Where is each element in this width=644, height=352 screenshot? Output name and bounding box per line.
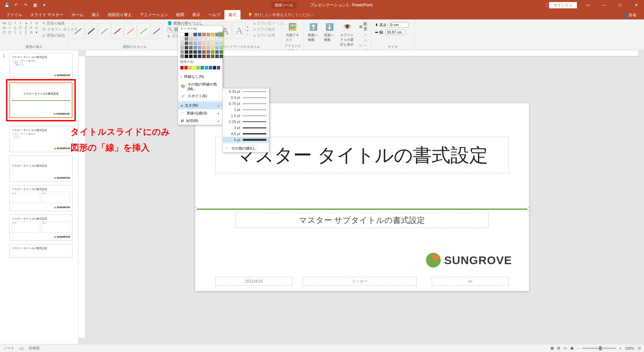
redo-icon[interactable]: ↷	[21, 1, 30, 9]
sorter-view-icon[interactable]: ⊞	[557, 346, 560, 350]
share-button[interactable]: 👤共有	[619, 11, 640, 19]
eyedropper-item[interactable]: 💉スポイト(E)	[178, 92, 222, 100]
gallery-more-icon[interactable]: ▿	[247, 33, 249, 36]
tab-slide-master[interactable]: スライド マスター	[26, 10, 67, 19]
standard-colors-header: 標準の色	[178, 59, 222, 65]
width-input[interactable]	[385, 30, 405, 35]
tab-transitions[interactable]: 画面切り替え	[104, 10, 136, 19]
gallery-down-icon[interactable]: ▾	[247, 29, 249, 32]
bring-forward-button[interactable]: ⬆️前面へ移動	[306, 21, 321, 43]
weight-075[interactable]: 0.75 pt	[223, 101, 269, 107]
zoom-level[interactable]: 100%	[625, 346, 634, 350]
gallery-up-icon[interactable]: ▴	[247, 25, 249, 28]
start-from-beginning-icon[interactable]: ▦	[31, 1, 39, 9]
group-arrange: ⬆️前面へ移動 ⬇️背面へ移動 👁️オブジェクトの選択と表示 ⊞配置 ⊡グループ…	[304, 19, 371, 50]
selection-pane-button[interactable]: 👁️オブジェクトの選択と表示	[338, 21, 357, 48]
arrows-item[interactable]: ⇄矢印(R)	[178, 117, 222, 125]
weight-025[interactable]: 0.25 pt	[223, 89, 269, 95]
maximize-icon[interactable]: ◻	[612, 0, 628, 10]
send-backward-icon: ⬇️	[324, 21, 335, 32]
slide-viewport[interactable]: マスター タイトルの書式設定 マスター サブタイトルの書式設定 SUNGROVE…	[86, 56, 638, 338]
footer-placeholder[interactable]: フッター	[303, 277, 417, 286]
theme-color-grid[interactable]	[178, 32, 222, 59]
tab-help[interactable]: ヘルプ	[204, 10, 224, 19]
width-field[interactable]: ⬌幅:	[375, 30, 409, 35]
spellcheck-icon[interactable]: 📖	[19, 346, 24, 350]
quick-access-toolbar: 💾 ↶ ↷ ▦ ▾	[0, 1, 48, 9]
tab-view[interactable]: 表示	[188, 10, 204, 19]
language-indicator[interactable]: 日本語	[29, 346, 40, 351]
date-placeholder[interactable]: 2021/4/19	[215, 277, 292, 286]
notes-label[interactable]: ノート	[3, 346, 14, 351]
title-bar: 💾 ↶ ↷ ▦ ▾ ⊙—⊙—⊙⊙ 描画ツール プレゼンテーション1 - Powe…	[0, 0, 644, 10]
dashes-item[interactable]: ⋯実線/点線(S)	[178, 109, 222, 117]
slideshow-view-icon[interactable]: ▣	[570, 346, 574, 350]
close-icon[interactable]: ✕	[629, 0, 644, 10]
standard-color-row[interactable]	[178, 65, 222, 71]
align-button[interactable]: ⊞配置	[359, 21, 367, 32]
qat-dropdown-icon[interactable]: ▾	[40, 1, 48, 9]
tab-review[interactable]: 校閲	[172, 10, 188, 19]
signin-button[interactable]: サインイン	[549, 2, 577, 8]
master-subtitle-placeholder[interactable]: マスター サブタイトルの書式設定	[235, 213, 489, 228]
tab-animations[interactable]: アニメーション	[136, 10, 172, 19]
tab-home[interactable]: ホーム	[67, 10, 88, 19]
tab-file[interactable]: ファイル	[2, 10, 26, 19]
shape-fill-button[interactable]: 🪣図形の塗りつぶし	[167, 21, 203, 26]
alt-text-icon: 🖼️	[287, 21, 298, 32]
thumb-layout-3[interactable]: マスター タイトルの書式設定 • マスター テキストの書式設定 ▢ ▢ ▢ ▢ …	[9, 126, 72, 152]
weight-15[interactable]: 1.5 pt	[223, 113, 269, 119]
weight-6[interactable]: 6 pt	[223, 137, 269, 143]
undo-icon[interactable]: ↶	[12, 1, 20, 9]
fit-window-icon[interactable]: ⊡	[638, 346, 641, 350]
reading-view-icon[interactable]: ▭	[564, 346, 567, 350]
weight-3[interactable]: 3 pt	[223, 125, 269, 131]
weight-item[interactable]: ≡太さ(W)	[178, 102, 222, 109]
style-gallery[interactable]	[71, 21, 164, 41]
vertical-ruler[interactable]	[78, 56, 86, 338]
shape-gallery[interactable]: ▭▢\\↘\◇ ▭○△⬠{☆◇ ⬡⬠\({⊂▾	[2, 21, 39, 34]
align-icon: ⊞	[359, 24, 362, 29]
window-controls: サインイン ▭ — ◻ ✕	[549, 0, 644, 10]
thumb-title-layout[interactable]: マスター タイトルの書式設定 SUNGROVE	[9, 82, 72, 118]
weight-05[interactable]: 0.5 pt	[223, 95, 269, 101]
thumb-layout-4[interactable]: マスター タイトルの書式設定 SUNGROVE	[9, 156, 72, 182]
weight-1[interactable]: 1 pt	[223, 107, 269, 113]
document-title: プレゼンテーション1 - PowerPoint	[310, 2, 373, 8]
tab-insert[interactable]: 挿入	[88, 10, 104, 19]
tab-format[interactable]: 書式	[224, 10, 240, 19]
normal-view-icon[interactable]: ▦	[550, 346, 554, 350]
selection-icon: 👁️	[342, 21, 353, 32]
more-lines-item[interactable]: ⋯その他の線(L)...	[223, 144, 269, 152]
zoom-out-icon[interactable]: −	[577, 346, 579, 350]
sungrove-logo: SUNGROVE	[426, 253, 512, 268]
send-backward-button[interactable]: ⬇️背面へ移動	[322, 21, 337, 43]
slide-number-placeholder[interactable]: ‹#›	[432, 277, 509, 286]
weight-225[interactable]: 2.25 pt	[223, 119, 269, 125]
edit-shape-icon: ✎	[42, 21, 45, 25]
more-colors-item[interactable]: 🎨その他の枠線の色(M)...	[178, 80, 222, 92]
alt-text-button[interactable]: 🖼️ 代替テキスト	[284, 21, 302, 43]
thumb-layout-6[interactable]: マスター タイトルの書式設定 ▢▢▢▢▢▢ SUNGROVE	[9, 215, 72, 241]
contextual-tool-tab: 描画ツール	[271, 2, 297, 9]
group-accessibility: 🖼️ 代替テキスト アクセシビリティ	[282, 19, 304, 50]
weight-45[interactable]: 4.5 pt	[223, 131, 269, 137]
no-outline-item[interactable]: ▫枠線なし(N)	[178, 73, 222, 80]
thumb-layout-7[interactable]: マスター タイトルの書式設定	[9, 244, 72, 257]
green-divider-line[interactable]	[195, 209, 529, 210]
minimize-icon[interactable]: —	[596, 0, 612, 10]
arrows-icon: ⇄	[181, 119, 184, 123]
zoom-in-icon[interactable]: +	[619, 346, 621, 350]
ribbon-options-icon[interactable]: ▭	[580, 0, 596, 10]
save-icon[interactable]: 💾	[3, 1, 11, 9]
thumb-layout-5[interactable]: マスター タイトルの書式設定 ▢▢▢▢▢▢ SUNGROVE	[9, 185, 72, 211]
height-input[interactable]	[389, 22, 409, 27]
tell-me-search[interactable]: 💡実行したい作業を入力してください	[245, 10, 317, 19]
slide-thumbnail-pane[interactable]: 1 マスター タイトルの書式設定 • マスター テキストの書式設定 • 第2レベ…	[0, 50, 78, 344]
width-icon: ⬌	[375, 30, 378, 35]
merge-icon: ◎	[42, 33, 46, 38]
horizontal-ruler[interactable]	[86, 50, 638, 56]
height-field[interactable]: ⬍高さ:	[375, 22, 409, 27]
zoom-slider[interactable]	[582, 348, 616, 349]
thumb-master[interactable]: マスター タイトルの書式設定 • マスター テキストの書式設定 • 第2レベル …	[9, 53, 72, 79]
